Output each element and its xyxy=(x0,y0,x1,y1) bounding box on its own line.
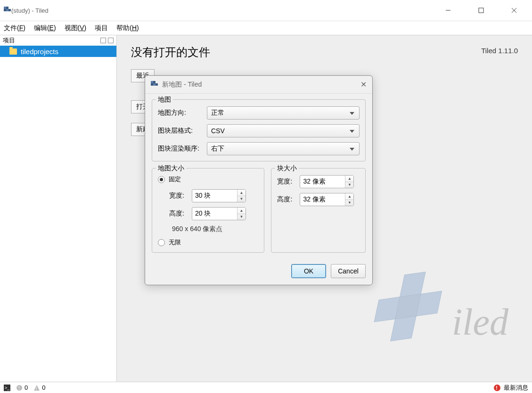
ok-button[interactable]: OK xyxy=(291,264,326,278)
layer-format-label: 图块层格式: xyxy=(158,127,203,135)
orientation-combo[interactable]: 正常 xyxy=(207,106,360,120)
version-label: Tiled 1.11.0 xyxy=(481,47,518,55)
menu-view[interactable]: 视图(V) xyxy=(65,24,87,32)
spin-down-icon[interactable]: ▼ xyxy=(237,214,246,220)
minimize-button[interactable] xyxy=(439,3,458,17)
warning-count[interactable]: ! 0 xyxy=(33,384,45,391)
maximize-button[interactable] xyxy=(472,3,491,17)
map-group-title: 地图 xyxy=(156,96,173,104)
infinite-label: 无限 xyxy=(169,238,181,247)
tile-height-spin[interactable]: 32 像素▲▼ xyxy=(300,193,354,206)
dialog-title: 新地图 - Tiled xyxy=(162,80,360,89)
close-button[interactable] xyxy=(505,3,524,17)
svg-text:iled: iled xyxy=(452,301,509,343)
warning-icon: ! xyxy=(33,385,40,391)
tree-item-tiledprojects[interactable]: tiledprojects xyxy=(0,46,116,57)
dialog-close-button[interactable]: ✕ xyxy=(360,80,367,89)
tile-size-title: 块大小 xyxy=(275,164,299,173)
sidebar-header: 项目 xyxy=(0,35,116,46)
spin-down-icon[interactable]: ▼ xyxy=(345,200,353,206)
spin-up-icon[interactable]: ▲ xyxy=(345,193,353,200)
svg-rect-25 xyxy=(153,83,156,86)
app-icon xyxy=(4,7,11,14)
layer-format-combo[interactable]: CSV xyxy=(207,124,360,137)
svg-rect-24 xyxy=(153,81,156,83)
project-sidebar: 项目 tiledprojects xyxy=(0,35,117,382)
menu-edit[interactable]: 编辑(E) xyxy=(34,24,56,32)
spin-up-icon[interactable]: ▲ xyxy=(237,208,246,214)
infinite-radio[interactable] xyxy=(158,239,165,246)
svg-text:>_: >_ xyxy=(5,385,10,390)
svg-text:!: ! xyxy=(36,386,37,391)
svg-rect-23 xyxy=(151,81,153,83)
window-title: (study) - Tiled xyxy=(11,7,439,14)
titlebar: (study) - Tiled xyxy=(0,0,532,21)
dialog-buttons: OK Cancel xyxy=(145,258,372,285)
statusbar: >_ ! 0 ! 0 ! 最新消息 xyxy=(0,382,532,393)
render-order-combo[interactable]: 右下 xyxy=(207,142,360,155)
menu-project[interactable]: 项目 xyxy=(95,24,108,32)
dialog-titlebar[interactable]: 新地图 - Tiled ✕ xyxy=(145,76,372,94)
map-size-groupbox: 地图大小 固定 宽度: 30 块▲▼ 高度: 20 块▲▼ 960 x 640 … xyxy=(152,168,264,253)
menubar: 文件(F) 编辑(E) 视图(V) 项目 帮助(H) xyxy=(0,21,532,35)
map-width-spin[interactable]: 30 块▲▼ xyxy=(192,189,246,202)
tile-width-label: 宽度: xyxy=(277,177,296,186)
svg-rect-2 xyxy=(6,9,8,11)
map-height-spin[interactable]: 20 块▲▼ xyxy=(192,207,246,220)
svg-rect-6 xyxy=(479,8,483,13)
window-controls xyxy=(439,3,524,17)
svg-text:!: ! xyxy=(496,385,498,391)
svg-rect-0 xyxy=(4,7,6,9)
fixed-radio-row[interactable]: 固定 xyxy=(158,175,258,184)
error-icon: ! xyxy=(16,385,23,391)
svg-rect-9 xyxy=(400,272,426,297)
spin-down-icon[interactable]: ▼ xyxy=(345,182,353,188)
tree-item-label: tiledprojects xyxy=(21,48,58,56)
svg-text:!: ! xyxy=(18,385,20,391)
dialog-icon xyxy=(151,81,158,88)
svg-rect-3 xyxy=(4,9,6,11)
svg-rect-27 xyxy=(156,83,158,86)
svg-rect-26 xyxy=(151,83,153,86)
spin-up-icon[interactable]: ▲ xyxy=(237,190,246,196)
console-icon[interactable]: >_ xyxy=(4,385,10,391)
cancel-button[interactable]: Cancel xyxy=(331,264,366,278)
svg-rect-1 xyxy=(6,7,8,9)
dock-close-icon[interactable] xyxy=(108,38,114,43)
map-size-title: 地图大小 xyxy=(156,164,186,173)
new-map-dialog: 新地图 - Tiled ✕ 地图 地图方向: 正常 图块层格式: CSV 图块渲… xyxy=(145,75,373,285)
map-height-label: 高度: xyxy=(169,209,188,218)
tile-width-spin[interactable]: 32 像素▲▼ xyxy=(300,175,354,188)
tiled-watermark: iled xyxy=(372,264,523,368)
spin-down-icon[interactable]: ▼ xyxy=(237,196,246,202)
news-icon: ! xyxy=(493,384,501,392)
fixed-label: 固定 xyxy=(169,175,181,184)
no-file-heading: 没有打开的文件 xyxy=(131,45,518,60)
dialog-body: 地图 地图方向: 正常 图块层格式: CSV 图块渲染顺序: 右下 地图大小 固… xyxy=(145,94,372,258)
fixed-radio[interactable] xyxy=(158,176,165,183)
render-order-label: 图块渲染顺序: xyxy=(158,144,203,153)
tile-size-groupbox: 块大小 宽度: 32 像素▲▼ 高度: 32 像素▲▼ xyxy=(271,168,366,253)
svg-rect-12 xyxy=(391,316,417,341)
tile-height-label: 高度: xyxy=(277,195,296,204)
folder-icon xyxy=(9,48,17,55)
svg-rect-4 xyxy=(8,9,11,11)
pixel-hint: 960 x 640 像素点 xyxy=(172,225,258,233)
spin-up-icon[interactable]: ▲ xyxy=(345,176,353,182)
map-width-label: 宽度: xyxy=(169,192,188,200)
map-groupbox: 地图 地图方向: 正常 图块层格式: CSV 图块渲染顺序: 右下 xyxy=(152,99,366,161)
sidebar-title: 项目 xyxy=(3,36,15,45)
news-label[interactable]: 最新消息 xyxy=(504,384,528,392)
project-tree[interactable]: tiledprojects xyxy=(0,46,116,382)
infinite-radio-row[interactable]: 无限 xyxy=(158,238,258,247)
error-count[interactable]: ! 0 xyxy=(16,384,28,391)
dock-float-icon[interactable] xyxy=(100,38,106,43)
orientation-label: 地图方向: xyxy=(158,109,203,117)
menu-file[interactable]: 文件(F) xyxy=(4,24,25,32)
menu-help[interactable]: 帮助(H) xyxy=(116,24,139,32)
